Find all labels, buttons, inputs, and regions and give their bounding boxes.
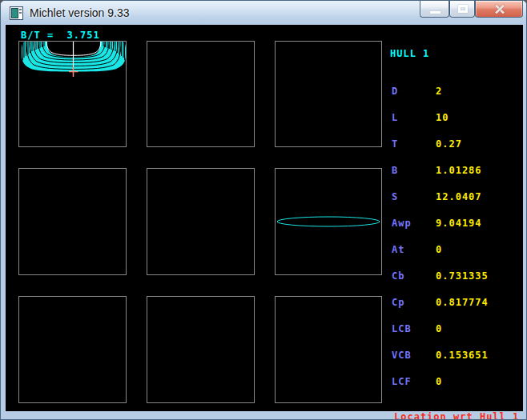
title-bar[interactable]: Michlet version 9.33 <box>1 1 527 25</box>
window-title: Michlet version 9.33 <box>30 6 130 19</box>
maximize-icon <box>458 5 468 13</box>
waterplane-panel <box>275 168 382 275</box>
stat-row: At0 <box>390 246 525 254</box>
hull-section-header: HULL 1 <box>390 48 429 59</box>
view-panel-empty <box>275 41 382 147</box>
location-section-header: Location wrt Hull 1 <box>390 413 525 420</box>
app-icon-art <box>19 12 22 14</box>
waterplane-outline-drawing <box>276 169 381 274</box>
view-panel-empty <box>147 296 255 403</box>
view-panel-empty <box>18 168 127 275</box>
view-panel-empty <box>18 296 127 403</box>
stats-panel: HULL 1 D2 L10 T0.27 B1.01286 S12.0407 Aw… <box>390 32 525 420</box>
stat-row: D2 <box>390 87 525 96</box>
view-panel-empty <box>275 296 382 403</box>
app-icon-art <box>19 9 22 10</box>
stat-row: S12.0407 <box>390 193 525 202</box>
stat-row: VCB0.153651 <box>390 351 525 360</box>
stat-row: Cb0.731335 <box>390 272 525 281</box>
stat-row: T0.27 <box>390 140 525 149</box>
view-panel-empty <box>147 168 255 275</box>
maximize-button[interactable] <box>449 1 475 18</box>
close-icon <box>494 3 505 14</box>
stat-row: Awp9.04194 <box>390 219 525 228</box>
stat-row: LCF0 <box>390 378 525 386</box>
hull-body-plan-drawing <box>19 42 126 146</box>
stat-row: Cp0.817774 <box>390 298 525 307</box>
app-window: Michlet version 9.33 B/T = 3.751 <box>0 0 527 420</box>
body-plan-panel <box>18 41 127 147</box>
stat-row: LCB0 <box>390 325 525 334</box>
close-button[interactable] <box>475 1 523 18</box>
app-icon-art <box>11 8 18 18</box>
stat-row: B1.01286 <box>390 166 525 175</box>
minimize-button[interactable] <box>420 1 449 18</box>
bt-ratio-label: B/T = 3.751 <box>21 31 100 40</box>
stat-row: L10 <box>390 114 525 122</box>
minimize-icon <box>430 11 441 14</box>
app-icon[interactable] <box>10 6 23 20</box>
view-panel-empty <box>147 41 255 147</box>
